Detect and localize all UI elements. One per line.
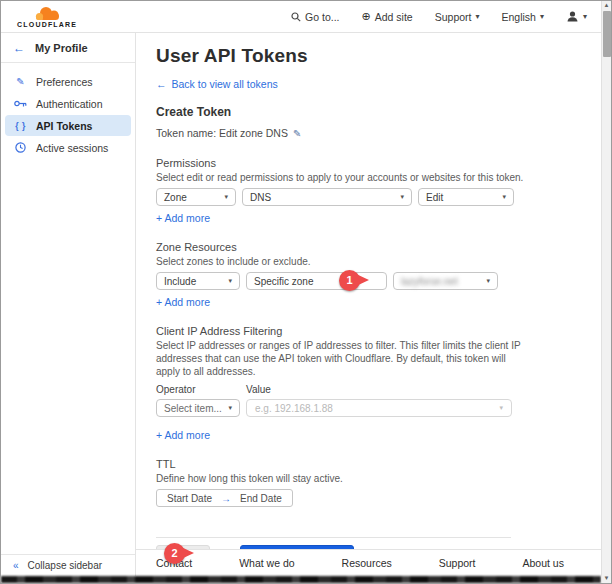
blurred-footer-strip [1,576,601,583]
ip-filtering-heading: Client IP Address Filtering [156,325,573,337]
zone-resources-add-more-link[interactable]: + Add more [156,296,210,308]
token-name-row: Token name: Edit zone DNS ✎ [156,127,573,139]
permissions-description: Select edit or read permissions to apply… [156,171,526,184]
token-name-text: Token name: Edit zone DNS [156,127,288,139]
annotation-badge-1: 1 [339,270,360,291]
value-label: Value [246,384,271,395]
plus-circle-icon: ⊕ [362,10,371,23]
pencil-icon: ✎ [14,76,27,87]
footer-link-support[interactable]: Support [439,557,476,569]
chevron-down-icon: ▾ [228,404,232,412]
actions-divider [156,537,511,538]
ip-filtering-description: Select IP addresses or ranges of IP addr… [156,339,526,378]
language-label: English [502,11,536,23]
sidebar-item-preferences[interactable]: ✎ Preferences [5,71,131,92]
page-title: User API Tokens [156,45,573,67]
ip-filtering-add-more-link[interactable]: + Add more [156,429,210,441]
back-to-tokens-link[interactable]: ← Back to view all tokens [156,78,278,90]
zone-resources-heading: Zone Resources [156,241,573,253]
footer-columns: Contact What we do Resources Support Abo… [156,557,564,569]
chevron-down-icon: ▾ [540,12,544,21]
sidebar-item-label: API Tokens [36,120,92,132]
zone-include-dropdown[interactable]: Include ▾ [156,272,240,290]
operator-label: Operator [156,384,246,395]
permissions-heading: Permissions [156,157,573,169]
collapse-sidebar-button[interactable]: « Collapse sidebar [1,554,135,576]
sidebar-item-api-tokens[interactable]: { } API Tokens [5,115,131,136]
brand-name: CLOUDFLARE [17,21,77,28]
user-account-menu[interactable]: ▾ [566,10,587,23]
zone-name-value: lazyforse.net [401,276,458,287]
clock-icon [14,142,27,153]
ttl-description: Define how long this token will stay act… [156,472,526,485]
ttl-heading: TTL [156,458,573,470]
back-arrow-icon: ← [156,78,167,90]
sidebar-item-label: Preferences [36,76,93,88]
ip-value-input[interactable]: e.g. 192.168.1.88 ▾ [246,399,512,417]
dropdown-value: Edit [426,192,443,203]
goto-label: Go to... [305,11,339,23]
sidebar-item-label: Active sessions [36,142,108,154]
ttl-date-range-picker[interactable]: Start Date → End Date [156,489,293,507]
key-icon [14,99,27,108]
sidebar-item-active-sessions[interactable]: Active sessions [5,137,131,158]
start-date-label: Start Date [167,493,212,504]
zone-name-dropdown[interactable]: lazyforse.net ▾ [393,272,498,290]
chevron-down-icon: ▾ [486,277,490,285]
ip-filtering-row: Select item... ▾ e.g. 192.168.1.88 ▾ [156,399,573,417]
language-menu[interactable]: English ▾ [502,11,544,23]
goto-search[interactable]: Go to... [291,11,339,23]
cloudflare-logo[interactable]: CLOUDFLARE [17,5,77,28]
scrollbar-thumb[interactable] [603,11,611,57]
scroll-up-icon[interactable]: ▲ [604,1,610,10]
permission-scope-dropdown[interactable]: Zone ▾ [156,188,236,206]
operator-dropdown[interactable]: Select item... ▾ [156,399,240,417]
back-link-label: Back to view all tokens [172,78,278,90]
chevron-down-icon: ▾ [228,277,232,285]
cloudflare-dashboard: CLOUDFLARE Go to... ⊕ Add site Support ▾… [0,0,612,584]
ip-filtering-labels: Operator Value [156,384,573,395]
edit-token-name-icon[interactable]: ✎ [293,128,301,139]
footer-link-resources[interactable]: Resources [342,557,392,569]
page-scrollbar[interactable]: ▲ ▼ [601,1,611,583]
braces-icon: { } [14,121,27,131]
zone-resources-description: Select zones to include or exclude. [156,255,526,268]
main-content: User API Tokens ← Back to view all token… [136,33,601,576]
search-icon [291,12,301,22]
add-site-label: Add site [375,11,413,23]
sidebar-nav: ✎ Preferences Authentication { } [1,63,135,167]
sidebar-item-authentication[interactable]: Authentication [5,93,131,114]
zone-resources-row: Include ▾ Specific zone lazyforse.net ▾ … [156,272,573,290]
dropdown-placeholder: Select item... [164,403,222,414]
sidebar-back-my-profile[interactable]: ← My Profile [1,33,135,63]
create-token-heading: Create Token [156,105,573,119]
footer-link-about-us[interactable]: About us [523,557,564,569]
sidebar: ← My Profile ✎ Preferences Authenticatio… [1,33,136,576]
chevron-down-icon: ▾ [583,12,587,21]
top-header: CLOUDFLARE Go to... ⊕ Add site Support ▾… [1,1,601,33]
annotation-badge-2: 2 [164,543,185,564]
permission-access-dropdown[interactable]: Edit ▾ [418,188,514,206]
arrow-right-icon: → [221,493,231,504]
back-arrow-icon: ← [13,41,25,55]
support-menu[interactable]: Support ▾ [435,11,480,23]
chevron-down-icon: ▾ [499,404,503,412]
footer-link-what-we-do[interactable]: What we do [239,557,294,569]
permissions-add-more-link[interactable]: + Add more [156,212,210,224]
sidebar-item-label: Authentication [36,98,103,110]
chevron-down-icon: ▾ [476,12,480,21]
cloudflare-cloud-icon [31,5,63,22]
end-date-label: End Date [240,493,282,504]
scroll-down-icon[interactable]: ▼ [604,574,610,583]
add-site-button[interactable]: ⊕ Add site [362,10,413,23]
support-label: Support [435,11,472,23]
top-nav: Go to... ⊕ Add site Support ▾ English ▾ … [291,10,587,23]
collapse-sidebar-label: Collapse sidebar [28,560,103,571]
permissions-row: Zone ▾ DNS ▾ Edit ▾ [156,188,573,206]
chevron-down-icon: ▾ [400,193,404,201]
collapse-chevrons-icon: « [13,560,19,571]
permission-type-dropdown[interactable]: DNS ▾ [242,188,412,206]
person-icon [566,10,579,23]
dropdown-value: DNS [250,192,271,203]
input-placeholder: e.g. 192.168.1.88 [255,403,333,414]
